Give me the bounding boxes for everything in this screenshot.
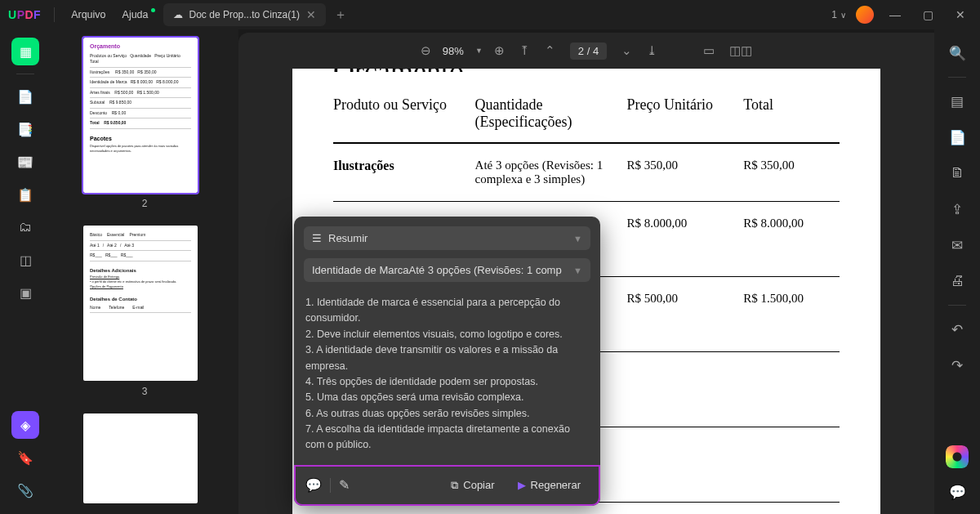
thumbnail-page-4[interactable] <box>83 413 198 503</box>
user-badge[interactable]: 1 ∨ <box>831 9 846 20</box>
view-mode-button[interactable]: ◫◫ <box>729 43 752 58</box>
app-logo: UPDF <box>8 8 41 21</box>
last-page-button[interactable]: ⤓ <box>647 43 657 58</box>
chevron-down-icon: ▼ <box>573 234 582 244</box>
chat-icon[interactable]: 💬 <box>945 480 969 504</box>
attachment-tool[interactable]: 📎 <box>11 476 39 504</box>
layers-tool[interactable]: ◈ <box>11 411 39 439</box>
share-icon[interactable]: ⇪ <box>945 197 969 221</box>
tool-5[interactable]: 🗂 <box>11 213 39 241</box>
copy-icon: ⧉ <box>451 479 458 492</box>
tool-r2[interactable]: 🗎 <box>945 161 969 185</box>
zoom-percent[interactable]: 98% <box>443 45 464 57</box>
list-icon: ☰ <box>312 232 322 244</box>
th-unit: Preço Unitário <box>627 83 744 143</box>
ocr-icon[interactable]: ▤ <box>945 89 969 114</box>
tool-r1[interactable]: 📄 <box>945 125 969 150</box>
menu-file[interactable]: Arquivo <box>63 6 114 24</box>
zoom-out-button[interactable]: ⊖ <box>421 43 431 58</box>
th-qty: Quantidade (Especificações) <box>475 83 627 143</box>
thumbnail-panel: Orçamento Produtos ou Serviço Quantidade… <box>51 29 238 514</box>
tool-4[interactable]: 📋 <box>11 181 39 208</box>
close-tab-icon[interactable]: ✕ <box>306 8 316 21</box>
thumbnails-tool[interactable]: ▦ <box>11 38 39 65</box>
menu-help[interactable]: Ajuda <box>114 6 157 24</box>
table-row: Ilustrações Até 3 opções (Revisões: 1 co… <box>333 143 840 202</box>
regenerate-button[interactable]: ▶ Regenerar <box>510 475 589 496</box>
ai-footer: 💬 ✎ ⧉ Copiar ▶ Regenerar <box>294 465 600 506</box>
print-icon[interactable]: 🖨 <box>945 269 969 293</box>
zoom-in-button[interactable]: ⊕ <box>494 43 505 58</box>
sidebar-left: ▦ 📄 📑 📰 📋 🗂 ◫ ▣ ◈ 🔖 📎 <box>0 29 51 514</box>
tab-title: Doc de Prop...to Cinza(1) <box>189 9 300 20</box>
copy-button[interactable]: ⧉ Copiar <box>443 475 502 496</box>
titlebar: UPDF Arquivo Ajuda ☁ Doc de Prop...to Ci… <box>0 0 980 29</box>
undo-icon[interactable]: ↶ <box>945 317 969 342</box>
chevron-down-icon: ▼ <box>573 266 582 275</box>
search-icon[interactable]: 🔍 <box>945 41 969 65</box>
tool-3[interactable]: 📰 <box>11 148 39 176</box>
ai-assistant-button[interactable] <box>946 445 969 468</box>
next-page-button[interactable]: ⌄ <box>621 43 632 58</box>
bookmark-tool[interactable]: 🔖 <box>11 444 39 472</box>
document-tab[interactable]: ☁ Doc de Prop...to Cinza(1) ✕ <box>163 3 326 26</box>
comment-icon[interactable]: 💬 <box>305 477 322 493</box>
redo-icon[interactable]: ↷ <box>945 353 969 378</box>
page-indicator[interactable]: 2 / 4 <box>570 42 607 60</box>
thumbnail-page-2[interactable]: Orçamento Produtos ou Serviço Quantidade… <box>83 38 198 193</box>
mail-icon[interactable]: ✉ <box>945 233 969 257</box>
maximize-button[interactable]: ▢ <box>916 3 939 26</box>
thumbnail-label-3: 3 <box>83 386 206 397</box>
tool-6[interactable]: ◫ <box>11 246 39 274</box>
prev-page-button[interactable]: ⌃ <box>545 43 555 58</box>
close-window-button[interactable]: ✕ <box>949 3 972 26</box>
send-icon: ▶ <box>518 479 526 491</box>
ai-action-select[interactable]: ☰ Resumir ▼ <box>304 226 590 250</box>
doc-title: Orçamento <box>333 69 840 72</box>
minimize-button[interactable]: — <box>884 3 906 26</box>
first-page-button[interactable]: ⤒ <box>519 43 530 58</box>
thumbnail-page-3[interactable]: BásicoEssencialPremium Até 1 / Até 2 / A… <box>83 226 198 381</box>
cloud-icon: ☁ <box>173 9 183 20</box>
presentation-button[interactable]: ▭ <box>703 43 715 58</box>
viewer-toolbar: ⊖ 98% ▼ ⊕ ⤒ ⌃ 2 / 4 ⌄ ⤓ ▭ ◫◫ <box>238 33 934 69</box>
thumbnail-label-2: 2 <box>83 198 206 209</box>
sidebar-right: 🔍 ▤ 📄 🗎 ⇪ ✉ 🖨 ↶ ↷ 💬 <box>934 29 980 514</box>
divider <box>54 7 55 22</box>
ai-popup: ☰ Resumir ▼ Identidade de MarcaAté 3 opç… <box>294 217 600 506</box>
tool-7[interactable]: ▣ <box>11 279 39 306</box>
th-product: Produto ou Serviço <box>333 83 475 143</box>
add-tab-button[interactable]: ＋ <box>334 7 347 24</box>
th-total: Total <box>743 83 840 143</box>
tool-2[interactable]: 📑 <box>11 115 39 143</box>
ai-summary-body: 1. Identidade de marca é essencial para … <box>304 290 590 455</box>
user-avatar[interactable] <box>856 6 874 24</box>
highlight-icon[interactable]: ✎ <box>339 477 350 493</box>
tool-1[interactable]: 📄 <box>11 83 39 110</box>
ai-context-select[interactable]: Identidade de MarcaAté 3 opções (Revisõe… <box>304 258 590 282</box>
zoom-dropdown[interactable]: ▼ <box>475 47 483 55</box>
